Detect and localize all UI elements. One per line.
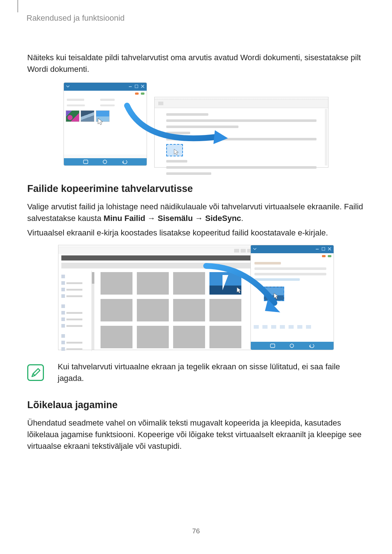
note-text: Kui tahvelarvuti virtuaalne ekraan ja te… (58, 361, 365, 384)
svg-rect-2 (83, 160, 88, 164)
cursor-icon (97, 118, 104, 127)
tablet-window (250, 245, 334, 350)
section1-paragraph-2: Virtuaalsel ekraanil e-kirja koostades l… (27, 227, 365, 239)
figure-tablet-to-document (64, 82, 328, 169)
svg-rect-4 (316, 249, 319, 250)
drop-target (264, 287, 284, 301)
file-thumbnail (209, 326, 241, 348)
tablet-toolbar (64, 91, 147, 97)
cursor-icon (273, 292, 279, 301)
file-thumbnail-selected (209, 272, 241, 295)
file-thumbnail (209, 299, 241, 321)
figure-explorer-to-tablet (58, 245, 334, 350)
file-thumbnail (173, 272, 205, 295)
file-explorer-window (58, 245, 254, 350)
tablet-titlebar (64, 83, 147, 91)
file-thumbnail (101, 299, 132, 321)
document-window (154, 97, 328, 168)
image-thumbnail (81, 110, 94, 122)
note-block: Kui tahvelarvuti virtuaalne ekraan ja te… (27, 361, 365, 384)
svg-rect-6 (270, 344, 275, 348)
svg-rect-1 (135, 85, 138, 88)
explorer-sidebar (58, 271, 92, 351)
svg-point-7 (290, 344, 294, 348)
chevron-down-icon (66, 85, 70, 89)
cursor-icon (173, 148, 179, 157)
section1-paragraph-1: Valige arvutist failid ja lohistage need… (27, 201, 365, 224)
chevron-down-icon (253, 247, 257, 251)
cursor-icon (236, 287, 242, 295)
intro-paragraph: Näiteks kui teisaldate pildi tahvelarvut… (27, 52, 365, 75)
tablet-nav-bar (251, 342, 334, 350)
page-number: 76 (0, 527, 392, 535)
recent-apps-icon (83, 160, 88, 164)
file-thumbnail (173, 299, 205, 321)
window-controls (314, 247, 331, 251)
file-thumbnail (137, 272, 169, 295)
file-thumbnail (173, 326, 205, 348)
drop-target (166, 144, 183, 156)
section2-paragraph: Ühendatud seadmete vahel on võimalik tek… (27, 417, 365, 452)
file-thumbnail (101, 326, 132, 348)
file-thumbnail (101, 272, 132, 295)
tablet-titlebar (251, 245, 334, 253)
section-heading-clipboard: Lõikelaua jagamine (27, 399, 365, 411)
file-thumbnail (137, 326, 169, 348)
back-icon (309, 344, 314, 348)
home-icon (103, 160, 107, 164)
page-header: Rakendused ja funktsioonid (26, 13, 365, 23)
compose-toolbar (254, 325, 331, 329)
recent-apps-icon (270, 344, 275, 348)
image-thumbnail (66, 110, 79, 122)
note-icon (27, 364, 44, 381)
window-controls (127, 85, 144, 89)
tablet-window (64, 82, 147, 166)
svg-rect-5 (322, 247, 325, 250)
svg-rect-0 (129, 86, 132, 87)
svg-point-3 (103, 160, 107, 164)
home-icon (290, 344, 294, 348)
section-heading-copy-files: Failide kopeerimine tahvelarvutisse (27, 183, 365, 194)
tablet-nav-bar (64, 158, 147, 165)
back-icon (122, 160, 127, 164)
file-thumbnail (137, 299, 169, 321)
